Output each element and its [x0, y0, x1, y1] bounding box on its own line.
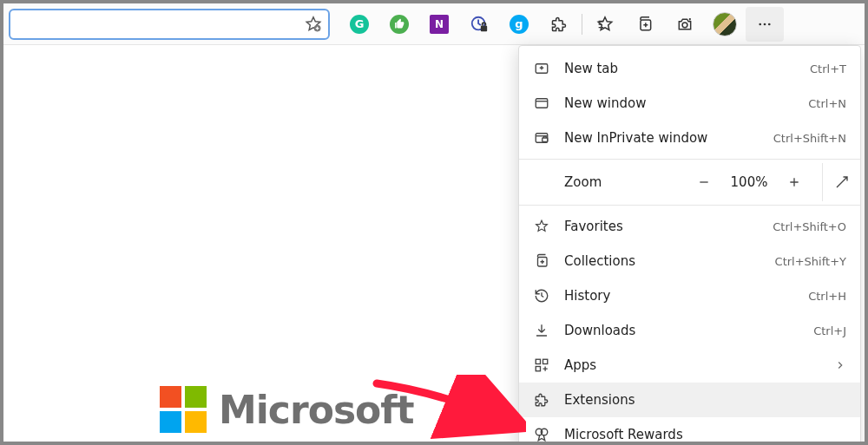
menu-shortcut: Ctrl+J [813, 324, 846, 337]
extension-thumbs-up-icon[interactable] [380, 7, 418, 42]
microsoft-logo-text: Microsoft [219, 388, 413, 432]
menu-item-favorites[interactable]: Favorites Ctrl+Shift+O [519, 209, 860, 244]
menu-shortcut: Ctrl+N [808, 97, 846, 110]
extension-clock-lock-icon[interactable] [460, 7, 498, 42]
svg-rect-11 [542, 138, 548, 142]
apps-icon [533, 357, 550, 374]
profile-avatar[interactable] [706, 7, 744, 42]
menu-item-apps[interactable]: Apps [519, 348, 860, 383]
menu-shortcut: Ctrl+Shift+O [773, 220, 846, 233]
svg-point-7 [768, 23, 771, 25]
new-window-icon [533, 95, 550, 112]
microsoft-logo: Microsoft [160, 386, 413, 433]
collections-button-icon[interactable] [626, 7, 664, 42]
page-content: Microsoft New tab Ctrl+T New window Ctrl… [3, 45, 865, 442]
inprivate-icon [533, 129, 550, 147]
menu-item-extensions[interactable]: Extensions [519, 383, 860, 417]
address-bar[interactable] [9, 9, 330, 40]
settings-menu-button[interactable] [746, 7, 784, 42]
chevron-right-icon [834, 359, 846, 371]
toolbar-divider [582, 14, 582, 35]
url-input[interactable] [16, 10, 304, 38]
menu-label: Downloads [564, 323, 799, 338]
history-icon [533, 287, 550, 304]
menu-item-new-window[interactable]: New window Ctrl+N [519, 86, 860, 121]
extensions-button-icon[interactable] [540, 7, 578, 42]
menu-item-downloads[interactable]: Downloads Ctrl+J [519, 313, 860, 348]
svg-rect-15 [536, 367, 540, 371]
menu-shortcut: Ctrl+Shift+N [773, 132, 846, 145]
menu-item-inprivate[interactable]: New InPrivate window Ctrl+Shift+N [519, 121, 860, 155]
menu-shortcut: Ctrl+T [810, 62, 846, 75]
svg-point-5 [759, 23, 761, 25]
microsoft-logo-icon [160, 386, 207, 433]
extensions-icon [533, 391, 550, 409]
menu-label: New InPrivate window [564, 130, 760, 146]
menu-label: New window [564, 95, 794, 111]
svg-point-6 [764, 23, 766, 25]
extension-grammarly-icon[interactable]: G [340, 7, 378, 42]
menu-label: New tab [564, 61, 796, 76]
menu-item-collections[interactable]: Collections Ctrl+Shift+Y [519, 244, 860, 278]
menu-label: Favorites [564, 219, 759, 234]
add-favorite-icon[interactable] [304, 15, 323, 34]
menu-shortcut: Ctrl+Shift+Y [775, 255, 846, 268]
downloads-icon [533, 322, 550, 339]
svg-rect-13 [536, 359, 540, 363]
zoom-label: Zoom [564, 174, 680, 190]
rewards-icon [533, 426, 550, 443]
menu-label: Collections [564, 253, 761, 269]
favorites-button-icon[interactable] [586, 7, 624, 42]
menu-item-new-tab[interactable]: New tab Ctrl+T [519, 51, 860, 86]
zoom-value: 100% [728, 174, 770, 190]
settings-menu: New tab Ctrl+T New window Ctrl+N New InP… [518, 45, 861, 445]
svg-rect-14 [543, 359, 548, 363]
fullscreen-button[interactable] [822, 163, 860, 201]
new-tab-icon [533, 60, 550, 77]
extension-onenote-icon[interactable]: N [420, 7, 458, 42]
collections-icon [533, 252, 550, 270]
zoom-in-button[interactable] [777, 165, 812, 200]
svg-point-4 [682, 22, 687, 27]
menu-zoom-row: Zoom 100% [519, 163, 860, 201]
menu-separator [519, 159, 860, 160]
menu-shortcut: Ctrl+H [808, 290, 846, 303]
menu-label: Extensions [564, 392, 846, 408]
svg-rect-2 [481, 25, 487, 30]
browser-toolbar: G N g [3, 3, 865, 45]
extension-circle-g-icon[interactable]: g [500, 7, 538, 42]
menu-label: Microsoft Rewards [564, 427, 846, 442]
zoom-out-button[interactable] [687, 165, 721, 200]
menu-item-rewards[interactable]: Microsoft Rewards [519, 417, 860, 445]
menu-label: Apps [564, 357, 820, 373]
menu-item-history[interactable]: History Ctrl+H [519, 278, 860, 313]
favorites-icon [533, 218, 550, 235]
screenshot-button-icon[interactable] [666, 7, 704, 42]
menu-label: History [564, 288, 794, 304]
menu-separator [519, 205, 860, 206]
svg-rect-9 [536, 99, 548, 108]
